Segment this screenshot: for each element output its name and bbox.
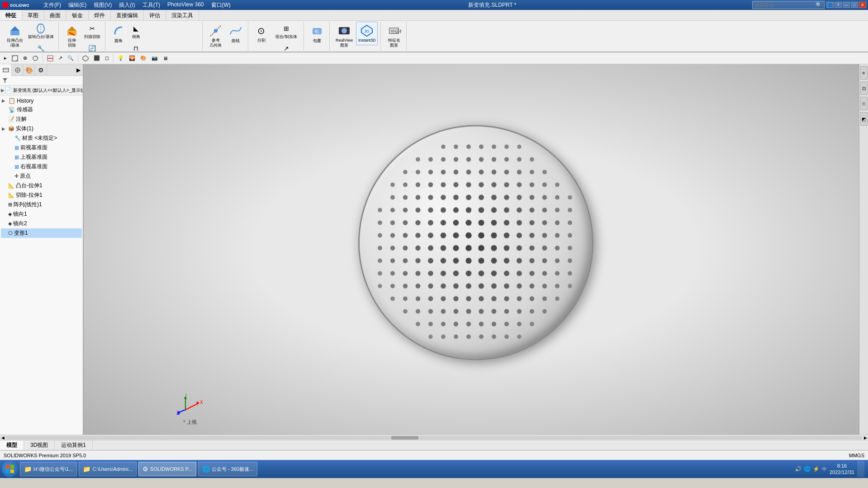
menu-window[interactable]: 窗口(W) (209, 1, 232, 9)
restore-button[interactable]: □ (851, 2, 858, 8)
ref-geometry-button[interactable]: 参考几何体 (206, 22, 225, 45)
tree-item-annotations[interactable]: ▶ 📝 注解 (1, 114, 82, 124)
rp-btn-4[interactable]: ◩ (860, 112, 868, 126)
view-toolbar-btn-arrow[interactable]: ▸ (2, 54, 9, 62)
tree-item-origin[interactable]: ▶ ✛ 原点 (1, 171, 82, 181)
tab-render[interactable]: 渲染工具 (166, 10, 199, 20)
viewport[interactable]: X Y Z * 上视 ≡ ⊡ ☉ ◩ (84, 64, 868, 435)
tree-item-material[interactable]: ▶ 🔧 材质 <未指定> (1, 133, 82, 143)
view-toolbar-btn-3d[interactable] (80, 54, 91, 63)
realview-button[interactable]: RealView图形 (333, 22, 355, 45)
svg-point-0 (2, 2, 9, 8)
view-toolbar-btn-zoom-fit[interactable] (9, 54, 20, 63)
tab-sketch[interactable]: 草图 (22, 10, 44, 20)
menu-edit[interactable]: 编辑(E) (66, 1, 88, 9)
panel-tab-appearance[interactable]: 🎨 (24, 64, 35, 76)
tree-item-sensors[interactable]: ▶ 📡 传感器 (1, 105, 82, 114)
view-toolbar-btn-section[interactable] (45, 54, 56, 63)
view-toolbar-btn-cameras[interactable]: 📷 (149, 54, 160, 62)
split-button[interactable]: ⊙ 分割 (252, 22, 271, 45)
scroll-right-btn[interactable]: ▶ (863, 435, 868, 441)
taskbar-item-1[interactable]: 📁 C:\Users\Admini... (79, 462, 137, 476)
menu-file[interactable]: 文件(F) (42, 1, 63, 9)
view-toolbar-btn-shading[interactable]: ◻ (103, 54, 111, 62)
taskbar-item-3[interactable]: 🌐 公众号 - 360极速... (198, 462, 257, 476)
show-desktop-btn[interactable] (857, 461, 864, 477)
tab-sheetmetal[interactable]: 钣金 (66, 10, 89, 20)
menu-view[interactable]: 视图(V) (92, 1, 114, 9)
tab-features[interactable]: 特征 (0, 10, 22, 20)
tree-item-front-plane[interactable]: ▶ ▦ 前视基准面 (1, 143, 82, 152)
rp-btn-3[interactable]: ☉ (860, 97, 868, 110)
tab-direct-edit[interactable]: 直接编辑 (111, 10, 144, 20)
bottom-tab-motion[interactable]: 运动算例1 (55, 441, 93, 450)
vt-sep-2 (78, 54, 78, 62)
combine-button[interactable]: ⊞ 组合/制实体 (272, 22, 301, 41)
search-input[interactable] (754, 2, 816, 8)
menu-insert[interactable]: 插入(I) (117, 1, 137, 9)
minimize-button[interactable]: 👤 (826, 2, 834, 8)
taskbar-item-2[interactable]: ⚙ SOLIDWORKS P... (138, 462, 196, 476)
revolve-boss-icon (35, 23, 46, 34)
tree-item-deform1[interactable]: ▶ ⬡ 变形1 (1, 228, 82, 238)
view-toolbar-btn-dynamics[interactable]: ↗ (56, 54, 65, 62)
bottom-tab-model[interactable]: 模型 (0, 441, 24, 450)
wrap-button[interactable]: 包 包覆 (308, 22, 327, 45)
app-logo: SOLIDWORKS (2, 1, 38, 9)
extruded-boss-button[interactable]: 拉伸凸台/基体 (5, 22, 25, 45)
tree-item-mirror1[interactable]: ▶ ◈ 镜向1 (1, 209, 82, 219)
tree-item-top-plane[interactable]: ▶ ▦ 上视基准面 (1, 152, 82, 162)
svg-marker-7 (67, 26, 76, 31)
sweep-cut-button[interactable]: ✂ 扫描切除 (82, 22, 102, 41)
start-button[interactable] (2, 461, 18, 477)
bottom-tab-3dview[interactable]: 3D视图 (24, 441, 55, 450)
view-toolbar-btn-magnify[interactable]: 🔍 (65, 54, 76, 62)
menu-photoview[interactable]: PhotoView 360 (166, 1, 206, 9)
view-toolbar-btn-appearance[interactable]: 🎨 (138, 54, 149, 62)
scroll-thumb[interactable] (391, 436, 418, 440)
tree-header-item[interactable]: ▶ 📄 新变填充 (默认人<<默认人>_显示状态 1>) (0, 85, 83, 95)
menu-tools[interactable]: 工具(T) (141, 1, 162, 9)
tab-evaluate[interactable]: 评估 (144, 10, 166, 20)
ribbon-group-boss: 拉伸凸台/基体 旋转凸台/基体 🔧 扫描 📐 放 (2, 22, 59, 51)
tree-item-pattern1[interactable]: ▶ ⊞ 阵列(线性)1 (1, 200, 82, 209)
main-area: 🎨 ⚙ ▶ ▶ 📄 新变填充 (默认人<<默认人>_显示状态 1>) ▶ 📋 H… (0, 64, 868, 435)
fillet-button[interactable]: 圆角 (109, 22, 128, 45)
curves-button[interactable]: 曲线 (226, 22, 245, 45)
tree-item-mirror2[interactable]: ▶ ◈ 镜向2 (1, 219, 82, 228)
minimize-win-button[interactable]: — (843, 2, 850, 8)
tree-item-solid[interactable]: ▶ 📦 实体(1) (1, 124, 82, 133)
instant3d-button[interactable]: 3D Instant3D (356, 22, 378, 45)
panel-tab-sketch[interactable] (12, 64, 24, 76)
view-toolbar-btn-lights[interactable]: 💡 (115, 54, 126, 62)
tree-item-cut1[interactable]: ▶ 📐 切除-拉伸1 (1, 190, 82, 200)
view-toolbar-btn-zoom-area[interactable]: ⊕ (21, 54, 29, 62)
rib-button[interactable]: ⊓ 筋 (129, 42, 143, 52)
sweep-button[interactable]: 🔧 扫描 (26, 42, 56, 52)
panel-tab-features[interactable] (0, 64, 12, 76)
view-toolbar-btn-display[interactable]: ⬛ (91, 54, 102, 62)
tab-surface[interactable]: 曲面 (44, 10, 66, 20)
panel-expand-button[interactable]: ▶ (74, 64, 83, 76)
view-toolbar-btn-monitor[interactable]: 🖥 (161, 54, 170, 62)
tree-item-boss1[interactable]: ▶ 📐 凸台-拉伸1 (1, 181, 82, 190)
rp-btn-2[interactable]: ⊡ (860, 81, 868, 95)
view-toolbar-btn-rotate[interactable] (30, 54, 41, 63)
view-toolbar-btn-scene[interactable]: 🌄 (127, 54, 138, 62)
tree-item-history[interactable]: ▶ 📋 History (1, 96, 82, 105)
tree-item-right-plane[interactable]: ▶ ▦ 右视基准面 (1, 162, 82, 171)
chamfer-button[interactable]: ◣ 倒角 (129, 22, 143, 41)
revolve-boss-button[interactable]: 旋转凸台/基体 (26, 22, 56, 41)
close-button[interactable]: ✕ (859, 2, 866, 8)
rp-btn-1[interactable]: ≡ (860, 66, 868, 80)
extruded-cut-button[interactable]: 拉伸切除 (62, 22, 81, 45)
scroll-left-btn[interactable]: ◀ (0, 435, 5, 441)
revolve-cut-button[interactable]: 🔄 线性切除 (82, 42, 102, 52)
help-button[interactable]: ? (835, 2, 842, 8)
feature-name-button[interactable]: 特征名 特征名图形 (384, 22, 403, 45)
panel-tab-custom[interactable]: ⚙ (35, 64, 47, 76)
move-copy-button[interactable]: ↗ 移动/复制实体 (272, 42, 301, 52)
taskbar-item-0[interactable]: 📁 H:\微信公众号\1... (20, 462, 77, 476)
horizontal-scrollbar[interactable]: ◀ ▶ (0, 435, 868, 440)
tab-weldment[interactable]: 焊件 (89, 10, 111, 20)
